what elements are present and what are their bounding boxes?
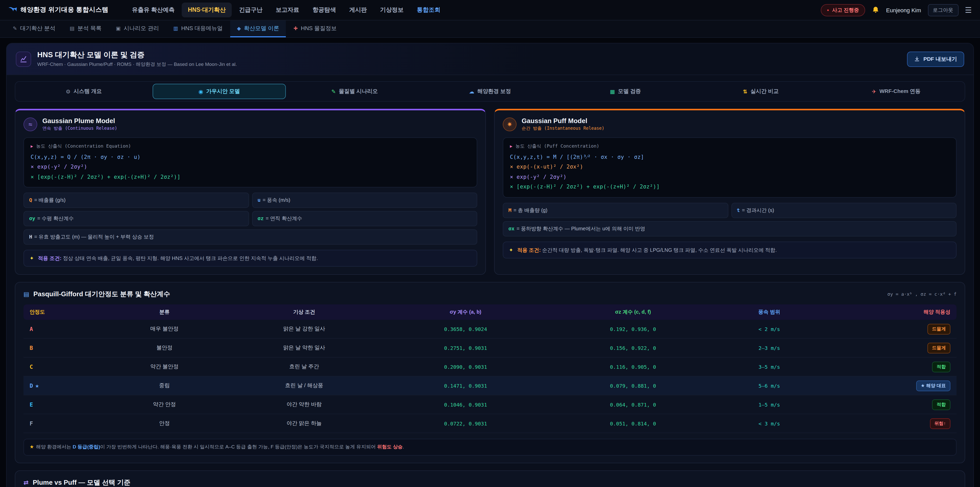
tab-system-overview[interactable]: ⚙ 시스템 개요 — [18, 84, 150, 99]
star-icon: ★ — [30, 444, 34, 450]
puff-subtitle: 순간 방출 (Instantaneous Release) — [522, 126, 605, 132]
subnav-tab-analysis-list[interactable]: ▤ 분석 목록 — [63, 21, 108, 37]
table-title: ▤ Pasquill-Gifford 대기안정도 분류 및 확산계수 — [24, 290, 170, 299]
plume-application-note: ✦ 적용 조건: 정상 상태 연속 배출, 균일 풍속, 평탄 지형. 해양 H… — [24, 250, 477, 267]
sigma-y-value: 0.1471, 0.9031 — [444, 383, 487, 389]
tab-label: 물질별 시나리오 — [339, 88, 378, 95]
plume-title: Gaussian Plume Model — [42, 117, 117, 125]
parameter-symbol: Q — [29, 197, 32, 203]
note-body: 정상 상태 연속 배출, 균일 풍속, 평탄 지형. 해양 HNS 사고에서 탱… — [63, 255, 318, 261]
brand[interactable]: 해양환경 위기대응 통합시스템 — [8, 6, 108, 14]
plume-equation-line: × exp(-y² / 2σy²) — [30, 162, 470, 172]
parameter-symbol: σy — [29, 216, 35, 221]
menu-item-board[interactable]: 게시판 — [343, 3, 373, 18]
menu-item-integrated-search[interactable]: 통합조회 — [411, 3, 447, 18]
wind-value: 3–5 m/s — [759, 364, 780, 370]
tab-label: 해양환경 보정 — [477, 88, 511, 95]
puff-equation-line: C(x,y,z,t) = M / [(2π)³⁄² · σx · σy · σz… — [510, 152, 950, 162]
menu-item-oil-spill[interactable]: 유출유 확산예측 — [126, 3, 181, 18]
selection-title: ⇄ Plume vs Puff — 모델 선택 기준 — [24, 478, 956, 487]
subnav-label: 대기확산 분석 — [20, 24, 56, 32]
wind-value: 1–5 m/s — [759, 402, 780, 408]
tab-realtime-comparison[interactable]: ⇅ 실시간 비교 — [694, 84, 827, 99]
pencil-icon: ✎ — [13, 26, 17, 31]
manual-icon: ▥ — [173, 26, 178, 31]
subnav-tab-scenario-management[interactable]: ▣ 시나리오 관리 — [109, 21, 165, 37]
cloud-icon: ☁ — [469, 88, 474, 94]
parameter-item: σx= 풍하방향 확산계수 — Plume에서는 u에 의해 이미 반영 — [503, 221, 956, 236]
class-cell: 중립 — [105, 377, 224, 395]
col-class: 분류 — [105, 305, 224, 320]
tab-label: 모델 검증 — [618, 88, 641, 95]
parameter-desc: = 풍하방향 확산계수 — Plume에서는 u에 의해 이미 반영 — [517, 225, 645, 231]
menu-item-rescue[interactable]: 긴급구난 — [233, 3, 269, 18]
plume-equation-line: × [exp(-(z-H)² / 2σz²) + exp(-(z+H)² / 2… — [30, 172, 470, 182]
logout-button[interactable]: 로그아웃 — [928, 4, 958, 16]
puff-card-header: ✷ Gaussian Puff Model 순간 방출 (Instantaneo… — [503, 117, 956, 132]
class-cell: 안정 — [105, 414, 224, 433]
model-icon: ◆ — [237, 26, 241, 31]
note-label: 적용 조건: — [517, 247, 541, 252]
parameter-desc: = 경과시간 (s) — [742, 207, 774, 213]
plume-card-header: ≈ Gaussian Plume Model 연속 방출 (Continuous… — [24, 117, 477, 132]
wing-logo-icon — [8, 6, 17, 14]
tab-model-validation[interactable]: ▦ 모델 검증 — [559, 84, 692, 99]
tip-bulb-icon: ✦ — [30, 255, 34, 262]
puff-formula-label: 농도 산출식 (Puff Concentration) — [515, 143, 599, 150]
pasquill-gifford-card: ▤ Pasquill-Gifford 대기안정도 분류 및 확산계수 σy = … — [15, 282, 965, 463]
weather-cell: 맑은 날 약한 일사 — [224, 339, 384, 358]
plume-formula-label: 농도 산출식 (Concentration Equation) — [36, 143, 131, 150]
sigma-z-value: 0.051, 0.814, 0 — [610, 421, 656, 427]
page-title: HNS 대기확산 모델 이론 및 검증 — [37, 50, 237, 60]
gaussian-plume-card: ≈ Gaussian Plume Model 연속 방출 (Continuous… — [15, 109, 486, 275]
puff-application-note: ✦ 적용 조건: 순간적 대량 방출, 폭발·탱크 파열. 해양 사고 중 LP… — [503, 241, 956, 258]
selection-title-text: Plume vs Puff — 모델 선택 기준 — [33, 478, 130, 487]
user-name: Eunjeong Kim — [886, 7, 921, 13]
subnav-tab-model-theory[interactable]: ◆ 확산모델 이론 — [230, 21, 286, 37]
save-icon: ▣ — [116, 26, 121, 31]
status-dot-icon: ● — [827, 8, 829, 12]
menu-item-reports[interactable]: 보고자료 — [270, 3, 305, 18]
pdf-export-label: PDF 내보내기 — [923, 56, 957, 62]
pdf-export-button[interactable]: PDF 내보내기 — [907, 51, 964, 67]
wind-value: < 3 m/s — [759, 421, 780, 427]
puff-title: Gaussian Puff Model — [522, 117, 605, 125]
subnav-tab-hns-manual[interactable]: ▥ HNS 대응메뉴얼 — [167, 21, 229, 37]
parameter-desc: = 배출률 (g/s) — [34, 197, 65, 203]
wind-value: 2–3 m/s — [759, 345, 780, 351]
tab-gaussian-model[interactable]: ◉ 가우시안 모델 — [153, 84, 286, 99]
note-text: 적용 조건: 정상 상태 연속 배출, 균일 풍속, 평탄 지형. 해양 HNS… — [38, 255, 318, 262]
menu-item-weather[interactable]: 기상정보 — [374, 3, 410, 18]
parameter-item: Q= 배출률 (g/s) — [24, 193, 249, 208]
sigma-formula: σy = a·xᵇ , σz = c·xᵈ + f — [887, 292, 956, 297]
parameter-item: u= 풍속 (m/s) — [252, 193, 477, 208]
incident-status-label: 사고 진행중 — [832, 6, 859, 14]
list-icon: ▤ — [70, 26, 75, 31]
page-heading: HNS 대기확산 모델 이론 및 검증 WRF-Chem · Gaussian … — [37, 50, 237, 68]
notification-bell-icon[interactable] — [872, 6, 880, 14]
sigma-z-value: 0.192, 0.936, 0 — [610, 327, 656, 332]
subnav-tab-dispersion-analysis[interactable]: ✎ 대기확산 분석 — [6, 21, 62, 37]
stability-table-head: 안정도 분류 기상 조건 σy 계수 (a, b) σz 계수 (c, d, f… — [24, 305, 956, 320]
hamburger-menu-icon[interactable]: ☰ — [965, 5, 972, 14]
menu-item-air-search[interactable]: 항공탐색 — [307, 3, 342, 18]
tab-wrf-chem-link[interactable]: ✈ WRF-Chem 연동 — [830, 84, 963, 99]
subnav-tab-hns-substance-info[interactable]: ✚ HNS 물질정보 — [287, 21, 343, 37]
incident-status-badge[interactable]: ● 사고 진행중 — [821, 4, 865, 16]
sigma-y-value: 0.2751, 0.9031 — [444, 345, 487, 351]
applicability-badge: 위험↑ — [930, 418, 950, 429]
puff-equation-line: × exp(-y² / 2σy²) — [510, 172, 950, 182]
menu-item-hns-dispersion[interactable]: HNS·대기확산 — [182, 3, 232, 18]
tab-substance-scenario[interactable]: ✎ 물질별 시나리오 — [288, 84, 421, 99]
col-wind: 풍속 범위 — [719, 305, 819, 320]
parameter-symbol: H — [29, 234, 32, 240]
gear-icon: ⚙ — [65, 88, 70, 94]
parameter-item: σz= 연직 확산계수 — [252, 211, 477, 227]
col-sigma-y: σy 계수 (a, b) — [384, 305, 547, 320]
equation-pin-icon: ▶ — [30, 144, 33, 148]
tab-marine-correction[interactable]: ☁ 해양환경 보정 — [424, 84, 557, 99]
sigma-y-value: 0.2090, 0.9031 — [444, 364, 487, 370]
section-tabs: ⚙ 시스템 개요 ◉ 가우시안 모델 ✎ 물질별 시나리오 ☁ 해양환경 보정 … — [15, 81, 965, 102]
subnav-label: HNS 대응메뉴얼 — [181, 24, 223, 32]
sigma-y-value: 0.1046, 0.9031 — [444, 402, 487, 408]
